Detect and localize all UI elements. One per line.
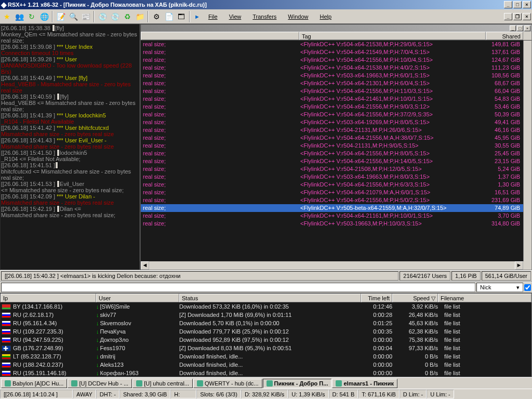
hub-tab[interactable]: QWERTY - hub (dc... [193,379,262,388]
log-line: [[26.06.18] 15:41.39 ] *** User lodochki… [1,112,139,118]
user-list-row[interactable]: real size;<FlylinkDC++ V:r504-x64-21556,… [141,56,523,64]
close-button[interactable]: × [523,1,531,8]
hub-tab[interactable]: Babylon [A]DC Hu... [1,379,67,388]
user-list-row[interactable]: real size;<FlylinkDC++ V:r504-x64-21301,… [141,79,523,87]
note-icon[interactable]: 📝 [55,11,66,22]
user-list-row[interactable]: real size;<FlylinkDC++ V:r504-x64-21538,… [141,41,523,48]
hub-tab[interactable]: Пикник - Добро П... [263,379,332,388]
nick-checkbox[interactable] [524,284,531,291]
col-user[interactable]: User [96,294,179,302]
transfer-row[interactable]: RU (94.247.59.225)↓ДокторЗлоDownloaded 9… [1,336,531,344]
refresh2-icon[interactable]: ♻ [122,11,133,22]
user-list-row[interactable]: real size;<FlylinkDC++ V:r504-21131,M:P,… [141,142,523,150]
col-shared[interactable]: Shared [486,32,523,40]
user-list-row[interactable]: real size;<FlylinkDC++ V:r504-x64-21556,… [141,157,523,165]
log-line: Mismatched share size - zero bytes real … [1,212,139,218]
col-filename[interactable]: Filename [438,294,531,302]
nick-dropdown[interactable]: Nick▾ [476,283,523,292]
log-line: [[26.06.18] 15:39.08 ] *** User Index [1,44,139,50]
transfer-row[interactable]: RU (195.191.146.18)↓Корефан-1963Download… [1,369,531,377]
hub-tab[interactable]: [U] uhub central... [132,379,193,388]
user-list-row[interactable]: real size;<FlylinkDC++ V:r504-21131,M:P,… [141,126,523,134]
user-list-row[interactable]: real size;<FlylinkDC++ V:r504-x64-21461,… [141,95,523,103]
menu-file[interactable]: File [203,11,223,22]
users-icon[interactable]: 👥 [14,11,25,22]
user-list-row[interactable]: real size;<FlylinkDC++ V:r503-x64-19269,… [141,118,523,126]
user-list-row[interactable]: real size;<FlylinkDC++ V:r504-21508,M:P,… [141,165,523,173]
log-line: [[26.06.18] 15:40.49 ] *** User [fly] [1,75,139,81]
user-list-row[interactable]: real size;<FlylinkDC++ V:r504-x64-21079,… [141,189,523,196]
hub-tab[interactable]: elmaars1 - Пикник [332,379,397,388]
user-list-row[interactable]: real size;<FlylinkDC++ V:r504-x64-21556,… [141,181,523,189]
panel-max-button[interactable]: □ [517,25,523,31]
hub-icon [71,380,77,387]
inner-minimize-button[interactable]: _ [504,13,512,20]
menu-help[interactable]: Help [314,11,337,22]
search-icon[interactable]: 🔍 [68,11,79,22]
user-list-row[interactable]: real size;<FlylinkDC++ V:r504-x64-21161,… [141,212,523,220]
user-list-row[interactable]: real size;<FlylinkDC++ V:r504-x64-21556,… [141,87,523,95]
toolbar-separator [52,11,53,22]
user-list-row[interactable]: real size;<FlylinkDC++ V:r503-19663,M:P,… [141,220,523,228]
col-ip[interactable]: Ip [1,294,96,302]
log-line: [[26.06.18] 15:41.50 ] lodochkin5 [1,150,139,156]
log-line: Mismatched share size - zero bytes real … [1,143,139,150]
window-titlebar: ◆ RSX++ 1.21 x86-32 - [Пикник - Добро По… [0,0,532,9]
user-list-row[interactable]: real size;<FlylinkDC++ V:r504-x64-21556,… [141,196,523,204]
maximize-button[interactable]: □ [513,1,522,8]
transfer-row[interactable]: GB (176.27.248.99)↓Fess1970[Z] Downloade… [1,344,531,352]
user-list-row[interactable]: real size;<FlylinkDC++ V:r505-beta-x64-2… [141,204,523,212]
menu-transfers[interactable]: Transfers [247,11,282,22]
user-list-row[interactable]: real size;<FlylinkDC++ V:r503-x64-19663,… [141,72,523,79]
col-speed[interactable]: Speed ▽ [392,294,438,302]
menu-window[interactable]: Window [283,11,313,22]
col-status[interactable]: Status [179,294,361,302]
transfer-row[interactable]: RU (95.161.4.34)↓SkvernoslovDownloaded 5… [1,319,531,327]
panel-close-button[interactable]: × [524,25,530,31]
log-line: Mismatched share size - zero bytes real … [1,131,139,137]
transfer-row[interactable]: BY (134.17.166.81)↓[SW6]SmileDownloaded … [1,302,531,311]
flag-icon [2,337,11,343]
transfer-row[interactable]: LT (85.232.128.77)↓dmitrijDownload finis… [1,352,531,361]
menu-arrow-icon[interactable]: ► [192,14,202,20]
transfers-body[interactable]: BY (134.17.166.81)↓[SW6]SmileDownloaded … [1,302,531,377]
news-icon[interactable]: 📰 [80,11,91,22]
chat-log-panel[interactable]: [26.06.18] 15:38.38 [fly]Monkey_QEm <= M… [0,24,140,270]
transfer-row[interactable]: RU (2.62.18.17)↓skiv77[Z] Downloaded 1,7… [1,311,531,319]
user-list-body[interactable]: real size;<FlylinkDC++ V:r504-x64-21538,… [141,41,523,261]
user-list-row[interactable]: real size;<FlylinkDC++ V:r504-x64-21556,… [141,134,523,142]
scrollbar[interactable] [523,41,531,261]
status-bar: [[26.06.18] 14:10.24 ] AWAY DHT: - Share… [0,389,532,399]
col-time[interactable]: Time left [361,294,392,302]
menu-view[interactable]: View [224,11,247,22]
minimize-button[interactable]: _ [504,1,512,8]
user-list-row[interactable]: real size;<FlylinkDC++ V:r504-x64-21556,… [141,111,523,118]
browse-icon[interactable]: 📁 [134,11,145,22]
horizontal-scrollbar[interactable]: ◄ ► [141,261,531,270]
col-description[interactable] [141,32,299,40]
user-list-row[interactable]: real size;<FlylinkDC++ V:r504-x64-21549,… [141,48,523,56]
inner-restore-button[interactable]: ❐ [513,13,522,20]
text-icon[interactable]: 📄 [163,11,175,22]
chat-input[interactable] [1,283,475,292]
favorite-icon[interactable]: ★ [1,11,12,22]
user-list-row[interactable]: real size;<FlylinkDC++ V:r504-x64-21556,… [141,150,523,157]
refresh-icon[interactable]: ↻ [26,11,37,22]
globe-icon[interactable]: 🌐 [38,11,50,22]
user-list-row[interactable]: real size;<FlylinkDC++ V:r504-x64-21556,… [141,103,523,111]
log-line: Head_V8EB8 - Mismatched share size - zer… [1,81,139,94]
transfer-row[interactable]: RU (109.227.235.3)↓ПечаКучаDownloaded 77… [1,327,531,336]
window-icon[interactable]: 🗔 [176,11,187,22]
panel-min-button[interactable]: _ [510,25,516,31]
col-tag[interactable]: Tag [299,32,486,40]
user-list-row[interactable]: real size;<FlylinkDC++ V:r503-x64-19663,… [141,173,523,181]
transfer-row[interactable]: RU (188.242.0.237)↓Aleks123Download fini… [1,361,531,369]
hub-tab[interactable]: [U] DCDev Hub - ... [68,379,132,388]
disk-red-icon[interactable]: 💿 [109,11,121,22]
flag-icon [2,370,11,376]
user-list-row[interactable]: real size;<FlylinkDC++ V:r504-x64-21538,… [141,64,523,72]
disk-icon[interactable]: 💿 [97,11,108,22]
input-bar: Nick▾ [0,282,532,293]
inner-close-button[interactable]: × [523,13,531,20]
settings-icon[interactable]: ⚙ [151,11,162,22]
